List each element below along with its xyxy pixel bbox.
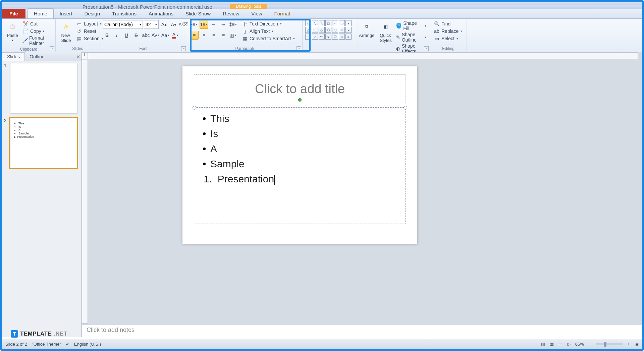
tab-file[interactable]: File xyxy=(2,9,25,18)
content-text[interactable]: This Is A Sample 1. Presentation xyxy=(194,108,406,190)
new-slide-icon: ✨ xyxy=(60,21,72,32)
columns-button[interactable]: ▥ xyxy=(229,31,237,40)
slides-tab[interactable]: Slides xyxy=(2,52,25,61)
text-cursor xyxy=(274,175,275,185)
convert-smartart-button[interactable]: ▦Convert to SmartArt xyxy=(241,35,296,42)
content-placeholder[interactable]: This Is A Sample 1. Presentation xyxy=(194,107,406,224)
notes-pane[interactable]: Click to add notes xyxy=(82,324,642,337)
format-painter-button[interactable]: 🖌️Format Painter xyxy=(21,35,53,46)
view-slideshow-button[interactable]: ▷ xyxy=(567,342,571,347)
strike-button[interactable]: S xyxy=(132,31,141,40)
spellcheck-icon[interactable]: ✔ xyxy=(66,342,69,347)
shape-outline-button[interactable]: ✎Shape Outline xyxy=(395,32,427,43)
copy-button[interactable]: 📄Copy▾ xyxy=(21,27,53,35)
ruler-vertical[interactable] xyxy=(82,60,88,324)
thumbnail-2[interactable]: 2 This Is A Sample 1. Presentation xyxy=(4,118,79,168)
view-sorter-button[interactable]: ▦ xyxy=(550,342,554,347)
italic-button[interactable]: I xyxy=(112,31,121,40)
rotate-handle[interactable] xyxy=(298,98,302,102)
underline-button[interactable]: U xyxy=(122,31,131,40)
align-center-button[interactable]: ≡ xyxy=(200,31,208,40)
change-case-button[interactable]: Aa xyxy=(161,31,170,40)
tab-view[interactable]: View xyxy=(245,9,268,18)
tab-slideshow[interactable]: Slide Show xyxy=(179,9,217,18)
ruler-corner[interactable]: L xyxy=(82,52,88,59)
ribbon-tabs: File Home Insert Design Transitions Anim… xyxy=(2,9,642,19)
font-color-button[interactable]: A xyxy=(171,31,179,40)
char-spacing-button[interactable]: AV xyxy=(151,31,160,40)
shadow-button[interactable]: abc xyxy=(142,31,150,40)
zoom-in-button[interactable]: + xyxy=(627,342,630,347)
status-language[interactable]: English (U.S.) xyxy=(74,342,101,347)
tab-transitions[interactable]: Transitions xyxy=(106,9,143,18)
title-bar: Presentation5 - Microsoft PowerPoint non… xyxy=(2,5,642,9)
group-clipboard: 📋 Paste ▾ ✂️Cut 📄Copy▾ 🖌️Format Painter … xyxy=(2,19,56,52)
shape-fill-button[interactable]: 🪣Shape Fill xyxy=(395,20,427,32)
cut-button[interactable]: ✂️Cut xyxy=(21,20,53,27)
group-font: Calibri (Body)▾ 32▾ A▴ A▾ A⌫ B I U S abc… xyxy=(100,19,187,52)
font-launcher[interactable]: ↘ xyxy=(181,46,186,51)
shapes-gallery-icon: ▭╲╲◻○▭▾ △⬡◇⬠⬡☆▸ ⌒⟋⬳↯⎔☆≡ xyxy=(305,20,352,40)
new-slide-label: New Slide xyxy=(61,33,71,43)
numbering-button[interactable]: 1≡ xyxy=(200,20,208,29)
select-icon: ▭ xyxy=(433,35,440,42)
tab-review[interactable]: Review xyxy=(217,9,245,18)
section-button[interactable]: ▤Section xyxy=(75,35,104,42)
tab-home[interactable]: Home xyxy=(28,8,54,18)
clear-formatting-button[interactable]: A⌫ xyxy=(179,20,188,29)
group-drawing: ⧉Arrange ◧Quick Styles 🪣Shape Fill ✎Shap… xyxy=(354,19,430,52)
effects-icon: ◐ xyxy=(396,45,400,52)
line-spacing-button[interactable]: ‡≡ xyxy=(229,20,237,29)
tab-format[interactable]: Format xyxy=(268,9,297,18)
find-icon: 🔍 xyxy=(433,20,440,27)
paste-icon: 📋 xyxy=(7,21,18,32)
align-left-button[interactable]: ≡ xyxy=(190,31,199,40)
bucket-icon: 🪣 xyxy=(396,22,402,29)
bullets-button[interactable]: •≡ xyxy=(190,20,199,29)
find-button[interactable]: 🔍Find xyxy=(433,20,463,27)
select-button[interactable]: ▭Select xyxy=(433,35,463,42)
layout-button[interactable]: ▭Layout xyxy=(75,20,104,27)
view-normal-button[interactable]: ▥ xyxy=(541,342,545,347)
watermark-template-net: T TEMPLATE.NET xyxy=(11,330,67,338)
align-right-button[interactable]: ≡ xyxy=(209,31,218,40)
close-panel-button[interactable]: ✕ xyxy=(75,54,82,59)
paragraph-launcher[interactable]: ↘ xyxy=(297,46,301,51)
outline-tab[interactable]: Outline xyxy=(25,53,49,61)
bold-button[interactable]: B xyxy=(103,31,111,40)
context-tab-drawing-tools[interactable]: Drawing Tools xyxy=(230,4,267,9)
fit-window-button[interactable]: ▣ xyxy=(635,342,639,347)
replace-button[interactable]: abReplace xyxy=(433,27,463,35)
align-text-button[interactable]: ▯Align Text xyxy=(241,27,296,35)
ruler-horizontal[interactable] xyxy=(88,52,638,59)
tab-animations[interactable]: Animations xyxy=(143,9,179,18)
zoom-slider[interactable] xyxy=(596,343,623,345)
tab-design[interactable]: Design xyxy=(78,9,106,18)
thumbnail-1[interactable]: 1 xyxy=(4,63,79,113)
grow-font-button[interactable]: A▴ xyxy=(160,20,168,29)
quick-access-toolbar[interactable] xyxy=(2,2,642,5)
quick-styles-button[interactable]: ◧Quick Styles xyxy=(378,20,393,44)
shrink-font-button[interactable]: A▾ xyxy=(169,20,178,29)
increase-indent-button[interactable]: ⇥ xyxy=(219,20,228,29)
view-reading-button[interactable]: ▭ xyxy=(558,342,562,347)
new-slide-button[interactable]: ✨ New Slide xyxy=(58,20,74,44)
decrease-indent-button[interactable]: ⇤ xyxy=(209,20,218,29)
zoom-level[interactable]: 66% xyxy=(575,342,584,347)
clipboard-launcher[interactable]: ↘ xyxy=(50,46,54,51)
group-shapes-gallery[interactable]: ▭╲╲◻○▭▾ △⬡◇⬠⬡☆▸ ⌒⟋⬳↯⎔☆≡ xyxy=(303,19,354,52)
group-label-slides: Slides xyxy=(58,46,97,52)
tab-insert[interactable]: Insert xyxy=(54,9,78,18)
paste-button[interactable]: 📋 Paste ▾ xyxy=(5,20,20,43)
text-direction-button[interactable]: ||↕Text Direction xyxy=(241,20,296,27)
zoom-out-button[interactable]: − xyxy=(589,342,591,347)
arrange-button[interactable]: ⧉Arrange xyxy=(357,20,376,39)
reset-button[interactable]: ↺Reset xyxy=(75,27,104,35)
drawing-launcher[interactable]: ↘ xyxy=(424,46,429,51)
font-family-combo[interactable]: Calibri (Body)▾ xyxy=(103,20,143,29)
justify-button[interactable]: ≡ xyxy=(219,31,228,40)
font-size-combo[interactable]: 32▾ xyxy=(144,20,159,29)
paste-label: Paste xyxy=(7,33,18,38)
bullet-icon xyxy=(203,117,206,120)
slide-canvas[interactable]: Click to add title This Is A Sample 1. P… xyxy=(182,66,417,244)
